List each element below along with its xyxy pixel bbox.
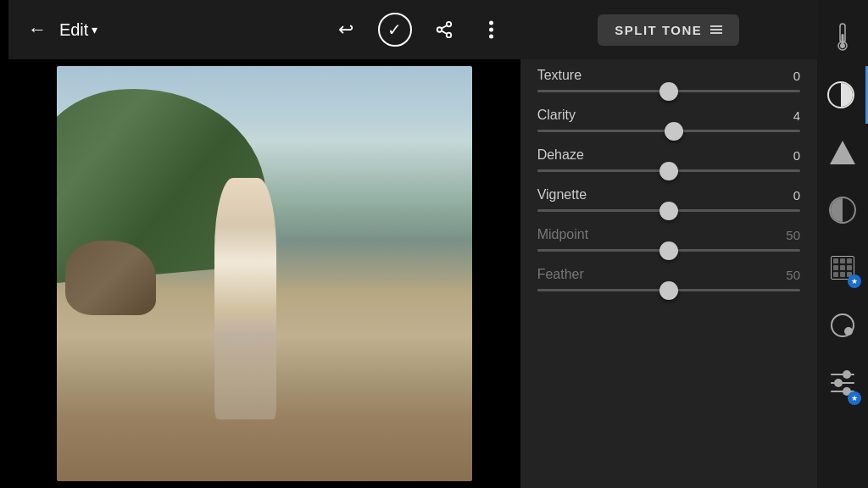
badge-star-icon: ★	[848, 274, 861, 288]
slider-row-midpoint: Midpoint50	[537, 227, 800, 252]
slider-thumb-vignette[interactable]	[659, 202, 678, 220]
svg-point-13	[844, 327, 853, 336]
slider-track-texture[interactable]	[537, 90, 800, 92]
svg-point-11	[840, 43, 845, 48]
slider-thumb-texture[interactable]	[659, 82, 678, 101]
confirm-button[interactable]: ✓	[378, 13, 412, 47]
slider-label-texture: Texture	[537, 68, 581, 83]
slider-row-vignette: Vignette0	[537, 187, 800, 212]
slider-label-row-texture: Texture0	[537, 68, 800, 83]
right-panel-header: SPLIT TONE	[520, 0, 817, 59]
top-bar-left: ← Edit ▾	[22, 14, 320, 45]
slider-track-vignette[interactable]	[537, 209, 800, 212]
slider-row-texture: Texture0	[537, 68, 800, 92]
photo-container	[8, 59, 520, 488]
slider-track-midpoint[interactable]	[537, 249, 800, 252]
sidebar-icon-adjustments[interactable]: ★	[817, 354, 868, 412]
more-button[interactable]	[476, 14, 507, 45]
slider-track-dehaze[interactable]	[537, 169, 800, 172]
undo-button[interactable]: ↩	[331, 14, 361, 45]
slider-label-clarity: Clarity	[537, 108, 576, 123]
slider-thumb-dehaze[interactable]	[659, 162, 678, 180]
person-figure	[214, 178, 277, 419]
slider-row-feather: Feather50	[537, 267, 800, 291]
sidebar-icon-selective[interactable]	[817, 297, 868, 354]
svg-point-1	[437, 27, 442, 32]
top-bar: ← Edit ▾ ↩ ✓	[8, 0, 520, 59]
slider-value-clarity: 4	[793, 108, 800, 123]
svg-point-5	[489, 21, 493, 25]
chevron-down-icon[interactable]: ▾	[92, 23, 97, 36]
slider-value-dehaze: 0	[793, 148, 800, 163]
slider-value-texture: 0	[793, 69, 800, 83]
svg-line-3	[441, 30, 446, 34]
beach-photo	[57, 66, 472, 481]
svg-point-2	[446, 33, 451, 37]
grid-icon	[710, 25, 722, 34]
right-edit-panel: SPLIT TONE Texture0Clarity4Dehaze0Vignet…	[520, 0, 817, 488]
split-tone-label: SPLIT TONE	[615, 23, 702, 37]
sidebar-icon-vignette[interactable]	[817, 181, 868, 239]
slider-label-dehaze: Dehaze	[537, 147, 584, 163]
slider-track-clarity[interactable]	[537, 130, 800, 132]
edit-label-text: Edit	[59, 20, 88, 40]
icon-sidebar: ★ ★	[817, 0, 868, 488]
slider-label-vignette: Vignette	[537, 187, 587, 202]
svg-point-6	[489, 28, 493, 32]
slider-label-feather: Feather	[537, 267, 584, 282]
slider-value-midpoint: 50	[786, 228, 800, 242]
sidebar-icon-histogram[interactable]	[817, 124, 868, 181]
slider-thumb-clarity[interactable]	[665, 122, 683, 141]
slider-label-row-clarity: Clarity4	[537, 108, 800, 123]
slider-label-row-dehaze: Dehaze0	[537, 147, 800, 163]
slider-label-row-midpoint: Midpoint50	[537, 227, 800, 242]
photo-panel: ← Edit ▾ ↩ ✓	[8, 0, 520, 488]
slider-thumb-midpoint[interactable]	[659, 241, 678, 260]
share-button[interactable]	[429, 14, 459, 45]
slider-value-vignette: 0	[793, 188, 800, 202]
slider-label-midpoint: Midpoint	[537, 227, 588, 242]
slider-row-clarity: Clarity4	[537, 108, 800, 132]
slider-thumb-feather[interactable]	[659, 281, 678, 300]
back-button[interactable]: ←	[22, 14, 53, 45]
slider-value-feather: 50	[786, 268, 800, 282]
settings-badge-icon: ★	[848, 391, 861, 405]
sidebar-icon-presets[interactable]: ★	[817, 239, 868, 297]
sidebar-icon-tone[interactable]	[817, 66, 868, 124]
slider-track-feather[interactable]	[537, 289, 800, 291]
svg-line-4	[441, 25, 446, 29]
sidebar-icon-temperature[interactable]	[817, 8, 868, 66]
split-tone-button[interactable]: SPLIT TONE	[598, 14, 739, 46]
svg-point-0	[446, 22, 451, 27]
triangle-icon	[830, 141, 855, 164]
slider-label-row-feather: Feather50	[537, 267, 800, 282]
left-black-bar	[0, 0, 8, 488]
slider-row-dehaze: Dehaze0	[537, 147, 800, 172]
svg-point-7	[489, 35, 493, 39]
sliders-area: Texture0Clarity4Dehaze0Vignette0Midpoint…	[520, 59, 817, 488]
top-bar-right: ↩ ✓	[331, 13, 507, 47]
slider-label-row-vignette: Vignette0	[537, 187, 800, 202]
edit-title: Edit ▾	[59, 20, 97, 40]
